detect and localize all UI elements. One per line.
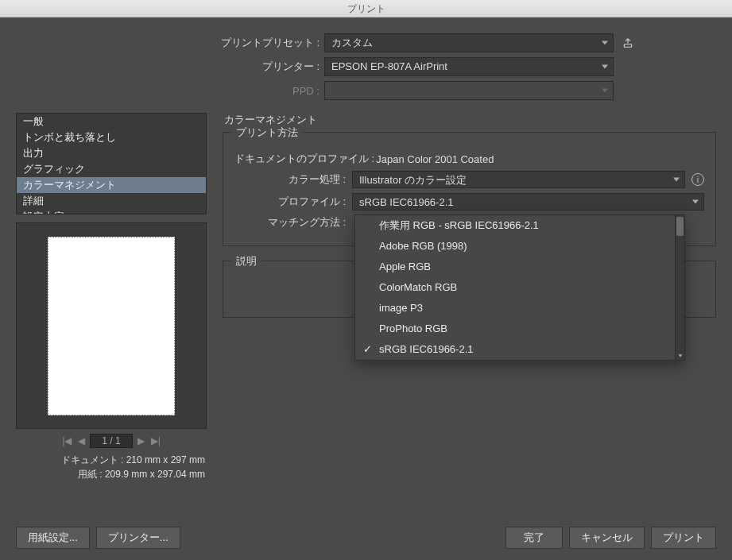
color-handling-label: カラー処理 : [234, 172, 352, 187]
profile-option[interactable]: image P3 [355, 298, 684, 319]
category-item[interactable]: 詳細 [17, 193, 206, 209]
info-icon[interactable]: i [691, 173, 704, 186]
category-item[interactable]: 一般 [17, 114, 206, 129]
chevron-down-icon [602, 41, 608, 45]
page-preview [48, 237, 175, 415]
preset-label: プリントプリセット : [24, 36, 324, 50]
page-setup-button[interactable]: 用紙設定... [16, 527, 90, 549]
chevron-down-icon [673, 178, 680, 182]
print-dialog: プリントプリセット : カスタム プリンター : EPSON EP-807A A… [0, 17, 732, 560]
doc-profile-label: ドキュメントのプロファイル : [234, 152, 374, 166]
printer-select[interactable]: EPSON EP-807A AirPrint [324, 57, 614, 76]
printer-label: プリンター : [24, 60, 324, 74]
svg-marker-1 [678, 354, 682, 357]
preset-select[interactable]: カスタム [324, 33, 614, 52]
svg-rect-0 [624, 44, 631, 48]
first-page-button[interactable]: |◀ [60, 435, 73, 446]
profile-select[interactable]: sRGB IEC61966-2.1 [352, 193, 704, 210]
chevron-down-icon [602, 89, 608, 93]
category-item[interactable]: カラーマネジメント [17, 177, 206, 193]
print-method-legend: プリント方法 [231, 126, 303, 140]
profile-value: sRGB IEC61966-2.1 [359, 196, 454, 208]
profile-dropdown[interactable]: 作業用 RGB - sRGB IEC61966-2.1Adobe RGB (19… [354, 214, 685, 361]
category-list[interactable]: 一般トンボと裁ち落とし出力グラフィックカラーマネジメント詳細設定内容 [16, 113, 207, 214]
profile-option[interactable]: ProPhoto RGB [355, 319, 684, 339]
category-item[interactable]: グラフィック [17, 161, 206, 177]
profile-option[interactable]: ColorMatch RGB [355, 277, 684, 298]
prev-page-button[interactable]: ◀ [76, 435, 87, 446]
footer: 用紙設定... プリンター... 完了 キャンセル プリント [0, 516, 732, 560]
color-handling-value: Illustrator のカラー設定 [359, 174, 467, 186]
printer-button[interactable]: プリンター... [96, 527, 180, 549]
last-page-button[interactable]: ▶| [149, 435, 162, 446]
page-indicator: 1 / 1 [90, 434, 132, 448]
ppd-label: PPD : [24, 85, 324, 97]
chevron-down-icon [692, 200, 699, 204]
profile-option[interactable]: sRGB IEC61966-2.1 [355, 339, 684, 360]
print-button[interactable]: プリント [651, 527, 716, 549]
scroll-down-icon[interactable] [676, 352, 684, 360]
preview-box [16, 222, 207, 429]
category-item[interactable]: 出力 [17, 145, 206, 161]
profile-option[interactable]: 作業用 RGB - sRGB IEC61966-2.1 [355, 215, 684, 236]
profile-option[interactable]: Adobe RGB (1998) [355, 236, 684, 257]
doc-profile-value: Japan Color 2001 Coated [376, 153, 494, 165]
chevron-down-icon [602, 65, 608, 69]
scroll-thumb[interactable] [676, 217, 684, 236]
window-titlebar: プリント [0, 0, 732, 17]
explain-legend: 説明 [231, 254, 261, 268]
category-item[interactable]: トンボと裁ち落とし [17, 129, 206, 145]
cancel-button[interactable]: キャンセル [569, 527, 645, 549]
category-item[interactable]: 設定内容 [17, 209, 206, 214]
save-preset-icon[interactable] [620, 35, 636, 51]
dropdown-scrollbar[interactable] [675, 215, 684, 360]
color-handling-select[interactable]: Illustrator のカラー設定 [352, 171, 685, 188]
intent-label: マッチング方法 : [234, 215, 352, 230]
paper-dimensions: 用紙 : 209.9 mm x 297.04 mm [16, 467, 205, 481]
pager: |◀ ◀ 1 / 1 ▶ ▶| [16, 434, 207, 448]
next-page-button[interactable]: ▶ [136, 435, 146, 446]
document-dimensions: ドキュメント : 210 mm x 297 mm [16, 453, 205, 467]
preset-value: カスタム [331, 37, 373, 48]
top-form: プリントプリセット : カスタム プリンター : EPSON EP-807A A… [0, 17, 732, 113]
profile-option[interactable]: Apple RGB [355, 257, 684, 277]
ppd-select [324, 81, 614, 100]
printer-value: EPSON EP-807A AirPrint [331, 60, 447, 72]
profile-label: プロファイル : [234, 195, 352, 209]
done-button[interactable]: 完了 [505, 527, 563, 549]
